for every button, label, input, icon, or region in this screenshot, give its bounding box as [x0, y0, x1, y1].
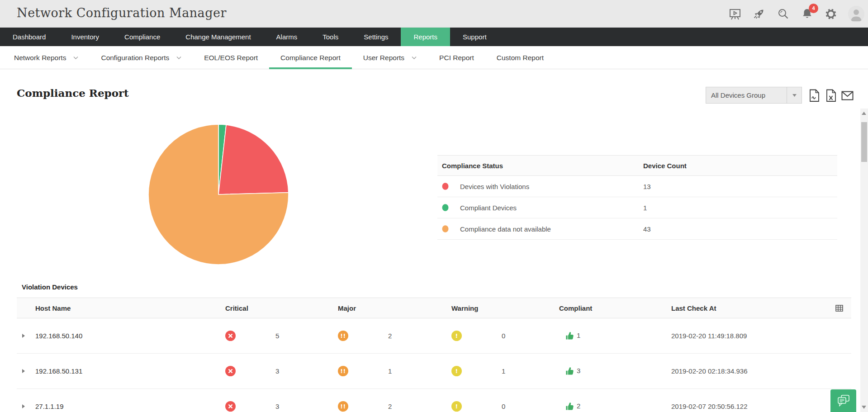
legend-col-status: Compliance Status [442, 162, 643, 170]
legend-label: Compliance data not available [460, 225, 643, 233]
warning-icon: ! [451, 401, 462, 412]
col-warning: Warning [451, 304, 559, 312]
subnav-eol-eos-report[interactable]: EOL/EOS Report [193, 46, 269, 69]
table-row[interactable]: 192.168.50.140 5 !! 2 ! 0 1 2019-02-20 1… [17, 318, 851, 354]
warning-count: 1 [502, 367, 505, 375]
nav-settings[interactable]: Settings [351, 28, 401, 46]
nav-compliance[interactable]: Compliance [112, 28, 173, 46]
violation-devices-table: Host Name Critical Major Warning Complia… [17, 298, 851, 412]
scrollbar-down-arrow[interactable] [862, 406, 866, 409]
nav-dashboard[interactable]: Dashboard [0, 28, 58, 46]
critical-count: 3 [275, 403, 279, 410]
page-title: Compliance Report [17, 87, 129, 99]
subnav-user-reports[interactable]: User Reports [352, 46, 428, 69]
col-critical: Critical [225, 304, 338, 312]
critical-icon [225, 366, 236, 376]
legend-row: Compliance data not available 43 [437, 218, 837, 240]
device-group-select[interactable]: All Devices Group [706, 87, 802, 104]
expand-row-icon[interactable] [17, 404, 35, 408]
compliant-count: 3 [577, 367, 580, 374]
subnav-label: Configuration Reports [101, 54, 169, 62]
chat-bubbles-icon [836, 393, 851, 408]
legend-label: Compliant Devices [460, 204, 643, 212]
export-pdf-button[interactable] [808, 89, 821, 102]
last-check-at: 2019-02-20 02:18:34.936 [671, 367, 851, 375]
chat-button[interactable] [830, 389, 856, 412]
nav-inventory[interactable]: Inventory [58, 28, 112, 46]
topbar: Network Configuration Manager [0, 0, 868, 28]
major-count: 2 [388, 332, 392, 340]
warning-icon: ! [451, 331, 462, 341]
settings-gear-icon[interactable] [824, 7, 838, 21]
nav-reports[interactable]: Reports [401, 28, 450, 46]
violation-header-row: Host Name Critical Major Warning Complia… [17, 298, 851, 318]
pie-slice-1 [218, 125, 289, 194]
subnav-network-reports[interactable]: Network Reports [3, 46, 90, 69]
warning-count: 0 [502, 332, 505, 340]
scrollbar [860, 109, 868, 412]
legend-dot-not-available [442, 225, 449, 232]
legend-col-count: Device Count [643, 162, 837, 170]
subnav-label: PCI Report [439, 54, 474, 62]
col-host-name: Host Name [35, 304, 225, 312]
subnav-label: User Reports [363, 54, 404, 62]
legend-label: Devices with Violations [460, 183, 643, 190]
table-row[interactable]: 27.1.1.19 3 !! 2 ! 0 2 2019-02-07 20:50:… [17, 389, 851, 412]
thumbs-up-icon [565, 367, 574, 375]
notifications-bell-icon[interactable]: 4 [800, 7, 814, 21]
scrollbar-thumb[interactable] [861, 122, 867, 162]
col-compliant: Compliant [559, 304, 671, 312]
compliant-count: 1 [577, 331, 580, 339]
subnav-pci-report[interactable]: PCI Report [428, 46, 485, 69]
chevron-down-icon [73, 56, 78, 60]
topbar-icons: 4 [728, 0, 864, 28]
active-tab-underline [269, 67, 352, 69]
major-icon: !! [338, 366, 348, 376]
chevron-down-icon [176, 56, 181, 60]
table-row[interactable]: 192.168.50.131 3 !! 1 ! 1 3 2019-02-20 0… [17, 354, 851, 389]
scrollbar-up-arrow[interactable] [862, 112, 866, 115]
legend-dot-violations [442, 183, 449, 190]
critical-icon [225, 401, 236, 412]
user-avatar[interactable] [848, 6, 864, 22]
major-icon: !! [338, 331, 348, 341]
chevron-down-icon [787, 87, 802, 103]
warning-icon: ! [451, 366, 462, 376]
compliance-legend-table: Compliance Status Device Count Devices w… [437, 155, 837, 240]
critical-count: 5 [275, 332, 279, 340]
nav-tools[interactable]: Tools [310, 28, 351, 46]
col-last-check-at: Last Check At [671, 304, 716, 312]
legend-row: Compliant Devices 1 [437, 197, 837, 218]
presentation-icon[interactable] [728, 7, 742, 21]
host-name: 192.168.50.131 [35, 367, 225, 375]
subnav-label: EOL/EOS Report [204, 54, 258, 62]
export-excel-button[interactable] [825, 89, 837, 102]
legend-count: 1 [643, 204, 837, 212]
nav-change-management[interactable]: Change Management [173, 28, 263, 46]
subnav-label: Network Reports [14, 54, 66, 62]
expand-row-icon[interactable] [17, 369, 35, 373]
last-check-at: 2019-02-07 20:50:56.122 [671, 403, 851, 410]
nav-alarms[interactable]: Alarms [264, 28, 310, 46]
expand-row-icon[interactable] [17, 334, 35, 338]
major-count: 2 [388, 403, 392, 410]
subnav-label: Custom Report [497, 54, 544, 62]
device-group-value: All Devices Group [706, 91, 787, 99]
compliance-pie-chart [147, 123, 290, 266]
rocket-icon[interactable] [752, 7, 766, 21]
email-report-button[interactable] [841, 89, 854, 102]
reports-subnav: Network Reports Configuration Reports EO… [0, 46, 868, 69]
col-major: Major [338, 304, 451, 312]
subnav-compliance-report[interactable]: Compliance Report [269, 46, 352, 69]
subnav-custom-report[interactable]: Custom Report [485, 46, 555, 69]
search-icon[interactable] [776, 7, 790, 21]
legend-dot-compliant [442, 204, 449, 211]
thumbs-up-icon [565, 331, 574, 340]
subnav-configuration-reports[interactable]: Configuration Reports [90, 46, 193, 69]
nav-support[interactable]: Support [450, 28, 499, 46]
major-icon: !! [338, 401, 348, 412]
legend-count: 43 [643, 225, 837, 233]
app-title: Network Configuration Manager [17, 6, 227, 20]
critical-count: 3 [275, 367, 279, 375]
column-chooser-icon[interactable] [835, 305, 843, 312]
